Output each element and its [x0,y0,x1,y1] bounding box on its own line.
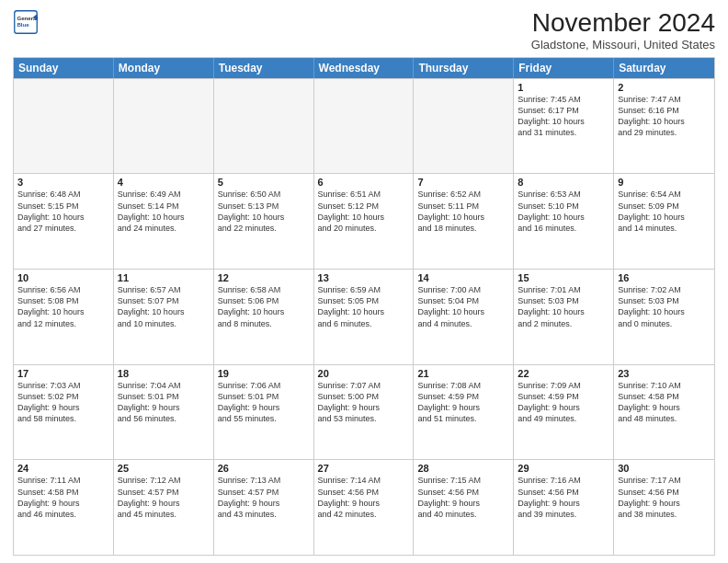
weekday-header-monday: Monday [114,58,214,78]
day-number: 21 [417,368,509,379]
calendar-cell-1-6: 9Sunrise: 6:54 AM Sunset: 5:09 PM Daylig… [614,174,714,269]
calendar-cell-0-0 [14,79,114,174]
weekday-header-sunday: Sunday [14,58,114,78]
calendar-cell-4-0: 24Sunrise: 7:11 AM Sunset: 4:58 PM Dayli… [14,460,114,555]
day-number: 30 [618,463,711,474]
location: Gladstone, Missouri, United States [531,38,715,52]
day-info: Sunrise: 6:59 AM Sunset: 5:05 PM Dayligh… [318,284,410,329]
calendar-header-row: SundayMondayTuesdayWednesdayThursdayFrid… [14,58,714,78]
day-info: Sunrise: 6:52 AM Sunset: 5:11 PM Dayligh… [417,189,509,234]
calendar-cell-4-6: 30Sunrise: 7:17 AM Sunset: 4:56 PM Dayli… [614,460,714,555]
day-number: 26 [218,463,310,474]
calendar-cell-3-3: 20Sunrise: 7:07 AM Sunset: 5:00 PM Dayli… [314,365,415,460]
day-info: Sunrise: 7:15 AM Sunset: 4:56 PM Dayligh… [417,475,509,520]
day-number: 17 [17,368,109,379]
calendar-cell-0-1 [114,79,214,174]
day-number: 3 [17,177,109,188]
day-info: Sunrise: 7:06 AM Sunset: 5:01 PM Dayligh… [218,380,310,425]
calendar-cell-1-2: 5Sunrise: 6:50 AM Sunset: 5:13 PM Daylig… [214,174,314,269]
weekday-header-tuesday: Tuesday [214,58,314,78]
calendar-row-0: 1Sunrise: 7:45 AM Sunset: 6:17 PM Daylig… [14,78,714,174]
day-info: Sunrise: 7:11 AM Sunset: 4:58 PM Dayligh… [17,475,109,520]
day-number: 23 [618,368,711,379]
weekday-header-wednesday: Wednesday [314,58,415,78]
day-number: 29 [518,463,609,474]
title-block: November 2024 Gladstone, Missouri, Unite… [531,9,715,52]
calendar-cell-2-6: 16Sunrise: 7:02 AM Sunset: 5:03 PM Dayli… [614,270,714,364]
calendar: SundayMondayTuesdayWednesdayThursdayFrid… [13,57,715,556]
weekday-header-thursday: Thursday [414,58,514,78]
day-number: 20 [318,368,410,379]
calendar-cell-4-3: 27Sunrise: 7:14 AM Sunset: 4:56 PM Dayli… [314,460,415,555]
day-info: Sunrise: 6:49 AM Sunset: 5:14 PM Dayligh… [118,189,210,234]
day-info: Sunrise: 7:04 AM Sunset: 5:01 PM Dayligh… [118,380,210,425]
day-number: 2 [618,82,711,93]
day-info: Sunrise: 6:57 AM Sunset: 5:07 PM Dayligh… [118,284,210,329]
day-number: 16 [618,272,711,283]
calendar-cell-1-1: 4Sunrise: 6:49 AM Sunset: 5:14 PM Daylig… [114,174,214,269]
day-number: 6 [318,177,410,188]
calendar-cell-3-5: 22Sunrise: 7:09 AM Sunset: 4:59 PM Dayli… [514,365,614,460]
day-info: Sunrise: 7:12 AM Sunset: 4:57 PM Dayligh… [118,475,210,520]
svg-text:Blue: Blue [17,21,29,28]
calendar-cell-3-4: 21Sunrise: 7:08 AM Sunset: 4:59 PM Dayli… [414,365,514,460]
month-title: November 2024 [531,9,715,38]
day-number: 28 [417,463,509,474]
calendar-cell-2-1: 11Sunrise: 6:57 AM Sunset: 5:07 PM Dayli… [114,270,214,364]
day-number: 14 [417,272,509,283]
day-info: Sunrise: 7:02 AM Sunset: 5:03 PM Dayligh… [618,284,711,329]
calendar-cell-3-6: 23Sunrise: 7:10 AM Sunset: 4:58 PM Dayli… [614,365,714,460]
day-info: Sunrise: 6:53 AM Sunset: 5:10 PM Dayligh… [518,189,609,234]
page: General Blue November 2024 Gladstone, Mi… [0,0,728,563]
weekday-header-saturday: Saturday [614,58,714,78]
day-info: Sunrise: 6:51 AM Sunset: 5:12 PM Dayligh… [318,189,410,234]
day-info: Sunrise: 7:17 AM Sunset: 4:56 PM Dayligh… [618,475,711,520]
day-info: Sunrise: 7:08 AM Sunset: 4:59 PM Dayligh… [417,380,509,425]
calendar-row-4: 24Sunrise: 7:11 AM Sunset: 4:58 PM Dayli… [14,459,714,555]
calendar-cell-4-4: 28Sunrise: 7:15 AM Sunset: 4:56 PM Dayli… [414,460,514,555]
calendar-cell-2-0: 10Sunrise: 6:56 AM Sunset: 5:08 PM Dayli… [14,270,114,364]
day-number: 18 [118,368,210,379]
calendar-row-3: 17Sunrise: 7:03 AM Sunset: 5:02 PM Dayli… [14,364,714,460]
day-number: 27 [318,463,410,474]
calendar-cell-3-0: 17Sunrise: 7:03 AM Sunset: 5:02 PM Dayli… [14,365,114,460]
calendar-cell-4-2: 26Sunrise: 7:13 AM Sunset: 4:57 PM Dayli… [214,460,314,555]
day-number: 15 [518,272,609,283]
day-info: Sunrise: 7:13 AM Sunset: 4:57 PM Dayligh… [218,475,310,520]
day-info: Sunrise: 7:14 AM Sunset: 4:56 PM Dayligh… [318,475,410,520]
day-number: 10 [17,272,109,283]
calendar-cell-3-2: 19Sunrise: 7:06 AM Sunset: 5:01 PM Dayli… [214,365,314,460]
day-info: Sunrise: 6:58 AM Sunset: 5:06 PM Dayligh… [218,284,310,329]
day-info: Sunrise: 7:09 AM Sunset: 4:59 PM Dayligh… [518,380,609,425]
calendar-cell-0-6: 2Sunrise: 7:47 AM Sunset: 6:16 PM Daylig… [614,79,714,174]
day-info: Sunrise: 7:47 AM Sunset: 6:16 PM Dayligh… [618,94,711,139]
calendar-cell-1-5: 8Sunrise: 6:53 AM Sunset: 5:10 PM Daylig… [514,174,614,269]
day-number: 19 [218,368,310,379]
day-number: 12 [218,272,310,283]
calendar-cell-0-5: 1Sunrise: 7:45 AM Sunset: 6:17 PM Daylig… [514,79,614,174]
day-number: 9 [618,177,711,188]
logo: General Blue [13,9,39,35]
calendar-cell-1-4: 7Sunrise: 6:52 AM Sunset: 5:11 PM Daylig… [414,174,514,269]
calendar-cell-1-3: 6Sunrise: 6:51 AM Sunset: 5:12 PM Daylig… [314,174,415,269]
day-info: Sunrise: 7:45 AM Sunset: 6:17 PM Dayligh… [518,94,609,139]
day-number: 5 [218,177,310,188]
day-number: 25 [118,463,210,474]
calendar-cell-2-5: 15Sunrise: 7:01 AM Sunset: 5:03 PM Dayli… [514,270,614,364]
day-info: Sunrise: 6:50 AM Sunset: 5:13 PM Dayligh… [218,189,310,234]
day-number: 24 [17,463,109,474]
header: General Blue November 2024 Gladstone, Mi… [13,9,715,52]
day-number: 8 [518,177,609,188]
logo-icon: General Blue [13,9,39,35]
calendar-row-1: 3Sunrise: 6:48 AM Sunset: 5:15 PM Daylig… [14,173,714,269]
day-info: Sunrise: 7:07 AM Sunset: 5:00 PM Dayligh… [318,380,410,425]
calendar-cell-2-2: 12Sunrise: 6:58 AM Sunset: 5:06 PM Dayli… [214,270,314,364]
day-number: 22 [518,368,609,379]
day-info: Sunrise: 6:54 AM Sunset: 5:09 PM Dayligh… [618,189,711,234]
calendar-cell-0-3 [314,79,415,174]
calendar-cell-1-0: 3Sunrise: 6:48 AM Sunset: 5:15 PM Daylig… [14,174,114,269]
day-info: Sunrise: 7:01 AM Sunset: 5:03 PM Dayligh… [518,284,609,329]
day-info: Sunrise: 7:03 AM Sunset: 5:02 PM Dayligh… [17,380,109,425]
calendar-cell-4-1: 25Sunrise: 7:12 AM Sunset: 4:57 PM Dayli… [114,460,214,555]
day-number: 11 [118,272,210,283]
